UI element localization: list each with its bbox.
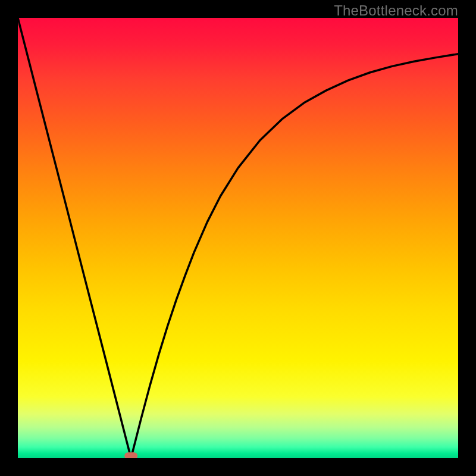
watermark-text: TheBottleneck.com bbox=[334, 2, 458, 19]
plot-area bbox=[18, 18, 458, 458]
chart-svg bbox=[18, 18, 458, 458]
bottleneck-curve bbox=[18, 18, 458, 458]
minimum-marker bbox=[124, 452, 137, 458]
chart-frame: TheBottleneck.com bbox=[0, 0, 476, 476]
